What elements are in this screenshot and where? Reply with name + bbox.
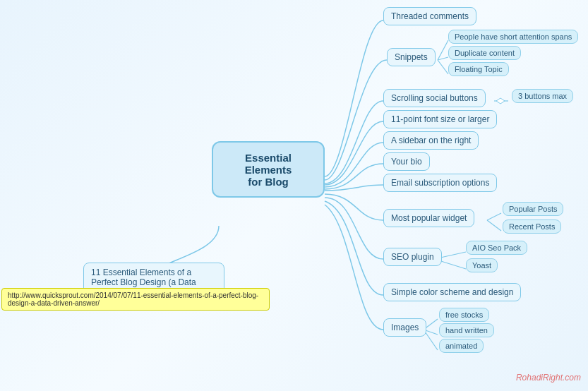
svg-line-5 [487, 213, 501, 220]
svg-line-0 [438, 40, 448, 60]
watermark: RohadiRight.com [516, 373, 581, 383]
center-node: Essential Elementsfor Blog [212, 141, 325, 198]
node-color: Simple color scheme and design [383, 283, 521, 301]
link-box[interactable]: http://www.quicksprout.com/2014/07/07/11… [1, 288, 270, 311]
sub-recent-posts: Recent Posts [503, 219, 561, 234]
svg-marker-4 [496, 98, 505, 104]
node-email: Email subscription options [383, 174, 497, 192]
sub-3buttons: 3 buttons max [512, 89, 573, 103]
sub-aio: AIO Seo Pack [466, 241, 527, 255]
sub-hand-written: hand written [439, 323, 494, 337]
node-sidebar: A sidebar on the right [383, 131, 479, 150]
svg-line-2 [438, 60, 448, 74]
node-bio: Your bio [383, 152, 430, 171]
svg-line-6 [487, 220, 501, 231]
sub-popular-posts: Popular Posts [503, 202, 563, 216]
node-seo: SEO plugin [383, 248, 442, 266]
node-scrolling: Scrolling social buttons [383, 89, 486, 107]
link-text: http://www.quicksprout.com/2014/07/07/11… [8, 291, 258, 307]
node-images: Images [383, 318, 426, 337]
sub-attention: People have short attention spans [448, 30, 578, 44]
node-threaded: Threaded comments [383, 7, 476, 25]
sub-duplicate: Duplicate content [448, 46, 521, 60]
node-snippets: Snippets [387, 48, 436, 66]
mind-map-canvas: Essential Elementsfor Blog Threaded comm… [0, 0, 588, 391]
center-label: Essential Elementsfor Blog [229, 152, 308, 188]
sub-floating: Floating Topic [448, 62, 509, 76]
sub-yoast: Yoast [466, 258, 498, 272]
sub-free-stocks: free stocks [439, 308, 489, 322]
node-popular: Most popular widget [383, 209, 474, 227]
node-fontsize: 11-point font size or larger [383, 110, 497, 128]
sub-animated: animated [439, 339, 484, 353]
svg-line-1 [438, 57, 448, 60]
